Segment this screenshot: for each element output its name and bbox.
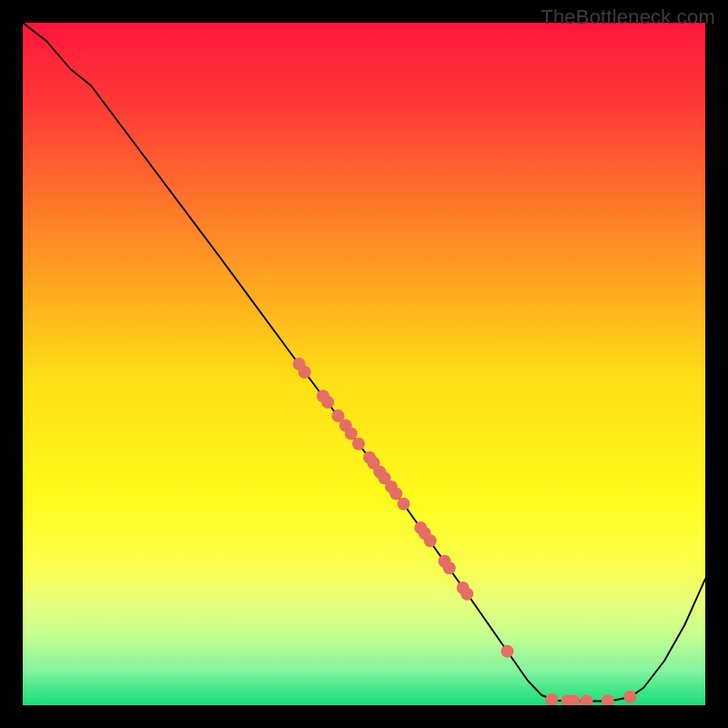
marker-dot bbox=[460, 588, 473, 601]
bottleneck-chart bbox=[23, 23, 705, 705]
marker-dot bbox=[424, 534, 437, 547]
marker-dot bbox=[298, 366, 311, 379]
marker-dot bbox=[624, 691, 637, 703]
marker-dot bbox=[501, 645, 514, 658]
marker-dot bbox=[321, 396, 334, 409]
marker-dot bbox=[398, 498, 410, 511]
marker-dot bbox=[389, 488, 402, 500]
watermark-text: TheBottleneck.com bbox=[541, 5, 715, 29]
marker-dot bbox=[443, 561, 456, 574]
chart-background bbox=[23, 23, 705, 705]
marker-dot bbox=[345, 428, 358, 440]
marker-dot bbox=[352, 438, 365, 450]
